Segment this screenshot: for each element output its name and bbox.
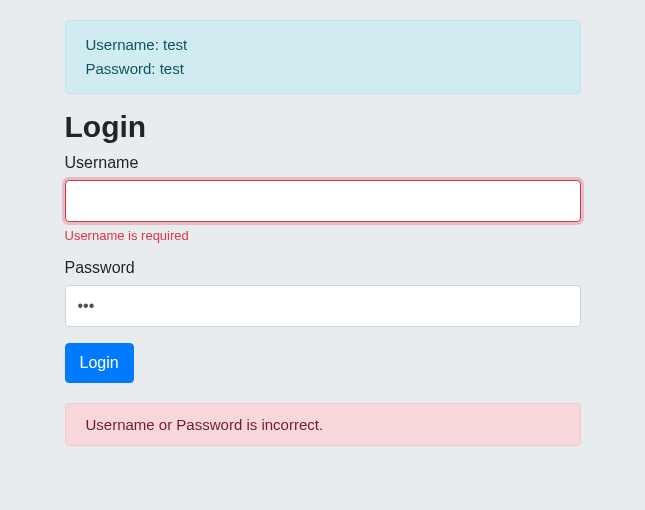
info-banner: Username: test Password: test (65, 20, 581, 94)
submit-group: Login (65, 343, 581, 383)
login-form: Username Username is required Password L… (65, 154, 581, 383)
error-banner: Username or Password is incorrect. (65, 403, 581, 446)
username-group: Username Username is required (65, 154, 581, 243)
password-label: Password (65, 259, 581, 277)
login-button[interactable]: Login (65, 343, 134, 383)
login-container: Username: test Password: test Login User… (53, 20, 593, 446)
page-title: Login (65, 110, 581, 144)
username-error: Username is required (65, 228, 581, 243)
info-line-username: Username: test (86, 33, 560, 57)
info-line-password: Password: test (86, 57, 560, 81)
password-group: Password (65, 259, 581, 327)
username-input[interactable] (65, 180, 581, 222)
password-input[interactable] (65, 285, 581, 327)
username-label: Username (65, 154, 581, 172)
